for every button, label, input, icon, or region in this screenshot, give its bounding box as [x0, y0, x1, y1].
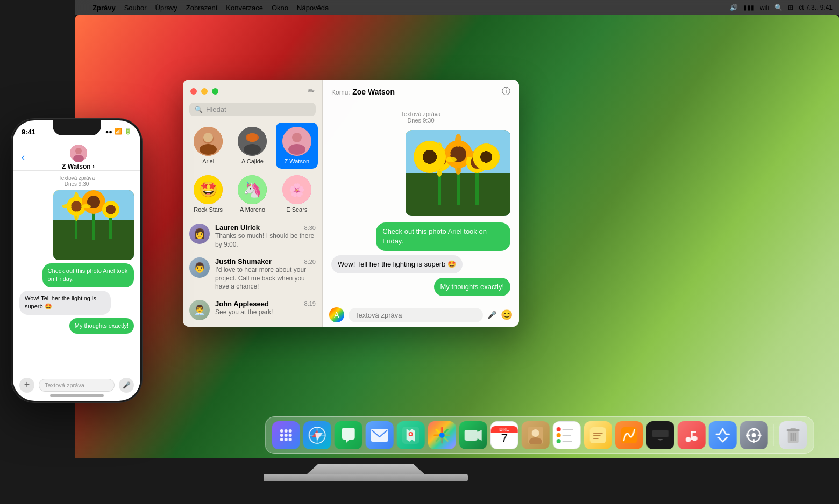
- conversation-item-justin[interactable]: 👨 Justin Shumaker 8:20 I'd love to hear …: [183, 253, 322, 296]
- emoji-icon[interactable]: 😊: [501, 309, 513, 321]
- svg-rect-82: [791, 428, 796, 429]
- chat-input-bar: A 🎤 😊: [323, 303, 519, 327]
- menubar-app-name[interactable]: Zprávy: [93, 4, 116, 12]
- dock-calendar[interactable]: BŘE 7: [490, 421, 518, 449]
- avatar-john: 👨‍💼: [189, 300, 210, 320]
- svg-point-95: [71, 201, 82, 212]
- dock-facetime[interactable]: [459, 421, 487, 449]
- dock-mail[interactable]: [366, 421, 394, 449]
- search-bar[interactable]: 🔍 Hledat: [189, 103, 316, 116]
- dock-reminders[interactable]: [553, 421, 581, 449]
- dock-notes[interactable]: [584, 421, 612, 449]
- search-placeholder: Hledat: [206, 105, 226, 113]
- conv-time-lauren: 8:30: [304, 225, 316, 231]
- pinned-contact-zwatson[interactable]: Z Watson: [276, 123, 318, 169]
- menubar-window[interactable]: Okno: [272, 4, 288, 12]
- dictation-icon[interactable]: 🎤: [487, 311, 496, 319]
- svg-rect-79: [758, 435, 762, 436]
- svg-rect-78: [746, 435, 750, 436]
- dock-photos[interactable]: [428, 421, 456, 449]
- conv-name-john: John Appleseed: [215, 300, 269, 308]
- menubar-file[interactable]: Soubor: [124, 4, 147, 12]
- iphone-mic-button[interactable]: 🎤: [119, 378, 134, 393]
- svg-point-102: [62, 204, 72, 208]
- chat-input-field[interactable]: [349, 308, 483, 322]
- dock-appletv[interactable]: [646, 421, 674, 449]
- conv-name-justin: Justin Shumaker: [215, 257, 272, 265]
- menubar-help[interactable]: Nápověda: [297, 4, 329, 12]
- svg-point-75: [752, 433, 756, 437]
- svg-point-60: [532, 429, 539, 437]
- chat-to-label: Komu:: [331, 89, 350, 96]
- maximize-button[interactable]: [212, 88, 218, 95]
- iphone-sunflower-photo[interactable]: [53, 190, 134, 260]
- svg-point-45: [285, 438, 288, 441]
- volume-icon[interactable]: 🔊: [730, 4, 738, 11]
- avatar-ariel: [194, 127, 223, 156]
- dock-messages[interactable]: [335, 421, 362, 449]
- iphone-contact-info[interactable]: Z Watson ›: [25, 145, 132, 170]
- iphone-wifi-icon: 📶: [115, 128, 122, 135]
- menubar-edit[interactable]: Úpravy: [155, 4, 177, 12]
- iphone-bubble-received-1[interactable]: Wow! Tell her the lighting is superb 🤩: [19, 291, 111, 315]
- dock-system-preferences[interactable]: [740, 421, 768, 449]
- menubar-conversations[interactable]: Konverzace: [226, 4, 263, 12]
- conv-preview-lauren: Thanks so much! I should be there by 9:0…: [215, 232, 316, 249]
- iphone-time: 9:41: [22, 128, 35, 136]
- dock-appstore[interactable]: [709, 421, 737, 449]
- svg-rect-77: [753, 439, 755, 443]
- msg-time: Dnes 9:30: [331, 117, 510, 124]
- wifi-icon[interactable]: wifi: [760, 4, 769, 11]
- search-menubar-icon[interactable]: 🔍: [774, 4, 783, 11]
- pinned-contact-rockstars[interactable]: 🤩 Rock Stars: [187, 171, 229, 217]
- dock-freeform[interactable]: [615, 421, 643, 449]
- iphone-timestamp: Textová zpráva Dnes 9:30: [19, 175, 134, 187]
- menubar-view[interactable]: Zobrazení: [186, 4, 218, 12]
- pinned-name-moreno: A Moreno: [240, 206, 265, 213]
- pinned-name-zwatson: Z Watson: [284, 158, 309, 164]
- pinned-contact-esears[interactable]: 🌸 E Sears: [276, 171, 318, 217]
- minimize-button[interactable]: [201, 88, 208, 95]
- svg-point-46: [289, 438, 292, 441]
- conversation-item-john[interactable]: 👨‍💼 John Appleseed 8:19 See you at the p…: [183, 296, 322, 325]
- dock-trash[interactable]: [779, 421, 807, 449]
- dock-maps[interactable]: [397, 421, 425, 449]
- iphone-status-icons: ●● 📶 🔋: [105, 128, 132, 135]
- controlcenter-icon[interactable]: ⊞: [788, 4, 793, 11]
- avatar-cajide: [238, 127, 267, 156]
- iphone-contact-name[interactable]: Z Watson ›: [62, 163, 95, 170]
- macbook-screen: ✏ 🔍 Hledat: [75, 15, 839, 458]
- compose-button[interactable]: ✏: [308, 86, 315, 96]
- menubar: Zprávy Soubor Úpravy Zobrazení Konverzac…: [75, 0, 839, 15]
- svg-point-10: [292, 133, 302, 142]
- apple-apps-button[interactable]: A: [329, 307, 344, 322]
- dock-contacts[interactable]: [522, 421, 550, 449]
- iphone-chat-area: Textová zpráva Dnes 9:30: [13, 171, 140, 369]
- svg-text:🦄: 🦄: [243, 181, 262, 198]
- chat-to-section: Komu: Zoe Watson: [331, 87, 395, 97]
- dock-launchpad[interactable]: [272, 421, 300, 449]
- iphone-add-button[interactable]: +: [19, 378, 34, 393]
- pinned-contact-ariel[interactable]: Ariel: [187, 123, 229, 169]
- dock-separator: [773, 424, 774, 446]
- msg-bubble-sent-1[interactable]: Check out this photo Ariel took on Frida…: [376, 222, 510, 250]
- msg-bubble-received-1[interactable]: Wow! Tell her the lighting is superb 🤩: [331, 255, 463, 273]
- svg-point-87: [75, 148, 82, 154]
- iphone-bubble-sent-2[interactable]: My thoughts exactly!: [69, 318, 134, 334]
- iphone-bubble-sent-1[interactable]: Check out this photo Ariel took on Frida…: [42, 263, 134, 287]
- svg-point-29: [437, 142, 442, 153]
- conversation-item-lauren[interactable]: 👩 Lauren Ulrick 8:30 Thanks so much! I s…: [183, 219, 322, 253]
- msg-bubble-sent-2[interactable]: My thoughts exactly!: [434, 278, 511, 296]
- sunflower-photo[interactable]: [406, 130, 510, 216]
- conv-time-john: 8:19: [304, 300, 316, 307]
- pinned-contact-cajide[interactable]: A Cajide: [231, 123, 273, 169]
- pinned-contact-moreno[interactable]: 🦄 A Moreno: [231, 171, 273, 217]
- close-button[interactable]: [190, 88, 197, 95]
- dock-music[interactable]: [678, 421, 706, 449]
- iphone-contact-avatar: [70, 145, 87, 162]
- svg-point-69: [686, 437, 691, 442]
- iphone-messages-header: ‹ Z Watson ›: [13, 144, 140, 171]
- dock-safari[interactable]: [303, 421, 331, 449]
- chat-info-button[interactable]: ⓘ: [502, 86, 510, 97]
- iphone-input-field[interactable]: Textová zpráva: [39, 379, 115, 392]
